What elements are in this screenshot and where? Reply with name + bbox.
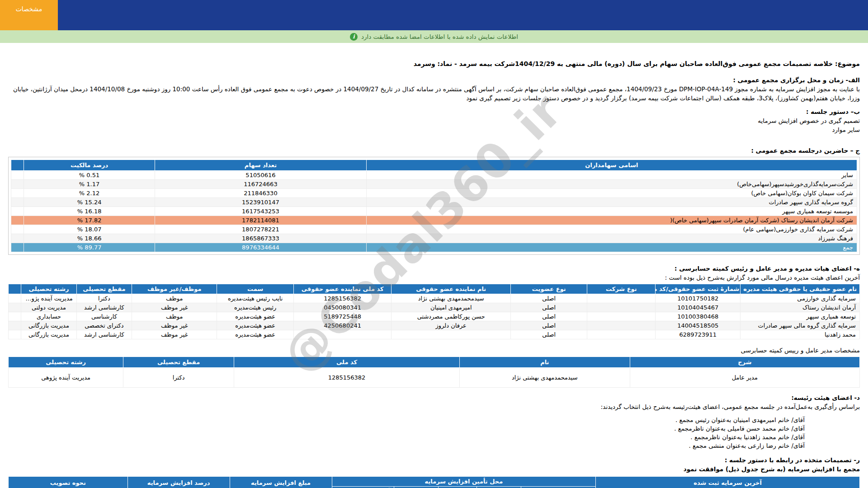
table-cell <box>587 321 656 330</box>
table-cell: رئیس هیئت‌مدیره <box>217 303 293 312</box>
table-cell: دکترا <box>123 368 234 388</box>
table-cell: 1285156382 <box>234 368 460 388</box>
col-registration-id: شمارۀ ثبت عضو حقوقی/کد ملی <box>656 284 741 294</box>
table-cell <box>11 234 24 243</box>
table-cell: 18.66 % <box>24 234 155 243</box>
table-cell: 16.18 % <box>24 207 155 216</box>
table-cell: گروه سرمایه گذاری سپهر صادرات <box>366 198 857 207</box>
table-cell: 17.82 % <box>24 216 155 225</box>
col-education-field: رشته تحصیلی <box>9 357 123 368</box>
table-cell: غیر موظف <box>132 321 217 330</box>
table-row: گروه سرمایه گذاری سپهر صادرات15239101471… <box>11 198 857 207</box>
col-shareholder-names: اسامی سهامداران <box>366 160 857 171</box>
table-cell: غیر موظف <box>132 330 217 339</box>
section-c-title: ج – حاضرین درجلسه مجمع عمومی : <box>8 146 860 155</box>
table-cell: آرمان اندیشان رستاک <box>741 303 860 312</box>
table-cell: سیدمحمدمهدی بهشتی نژاد <box>460 368 630 388</box>
section-d-title: د- اعضای هیئت رئیسه: <box>8 393 860 402</box>
presiding-member: آقای/ خانم محمد حسن فامیلی به‌عنوان ناظر… <box>8 424 860 433</box>
table-cell: 10100380468 <box>656 312 741 321</box>
table-cell: سرمایه گذاری گروه مالی سپهر صادرات <box>741 321 860 330</box>
table-row: جمع897633464489.77 % <box>11 243 857 252</box>
agenda-item: تصمیم گیری در خصوص افزایش سرمایه <box>8 116 860 125</box>
table-cell <box>9 312 21 321</box>
section-a-body: با عنایت به مجوز افزایش سرمایه به شماره … <box>8 84 860 103</box>
col-retained-earnings: سود انباشته <box>438 487 476 488</box>
board-members-table: نام عضو حقیقی یا حقوقی هیئت مدیره شمارۀ … <box>8 284 860 339</box>
info-icon: i <box>350 33 358 41</box>
tab-specifications[interactable]: مشخصات <box>0 0 58 30</box>
col-ownership-percent: درصد مالکیت <box>24 160 155 171</box>
table-cell <box>392 330 511 339</box>
section-e-subtitle: آخرین اعضای هیئت مدیره درسال مالی مورد گ… <box>8 273 860 282</box>
col-membership-type: نوع عضویت <box>511 284 587 294</box>
table-cell <box>9 321 21 330</box>
table-cell: 1807278221 <box>155 225 367 234</box>
table-cell <box>9 330 21 339</box>
table-cell <box>587 330 656 339</box>
table-cell: مدیریت بازرگانی <box>21 321 76 330</box>
col-reserves: اندوخته <box>394 487 439 488</box>
signature-match-text: اطلاعات نمایش داده شده با اطلاعات امضا ش… <box>361 33 518 40</box>
table-row: سرمایه گذاری خوارزمی10101750182اصلیسیدمح… <box>9 294 860 303</box>
table-cell: سیدمحمدمهدی بهشتی نژاد <box>392 294 511 303</box>
table-cell <box>11 180 24 189</box>
presiding-member: آقای/ خانم رضا زارعی به‌عنوان منشی مجمع … <box>8 441 860 450</box>
agenda-item: سایر موارد <box>8 125 860 134</box>
document-body: موضوع: خلاصه تصمیمات مجمع عمومی فوق‌العا… <box>0 43 868 488</box>
col-national-id: کد ملی <box>234 357 460 368</box>
col-receivables-and-cash: مطالبات و آورده نقدی <box>521 487 596 488</box>
table-cell: اصلی <box>511 294 587 303</box>
capital-approval-line: مجمع با افزایش سرمایه (به شرح جدول ذیل) … <box>8 465 860 474</box>
col-executive-status: موظف/غیر موظف <box>132 284 217 294</box>
col-position: سمت <box>217 284 293 294</box>
table-cell: شرکت سیمان کاوان بوکان(سهامی خاص) <box>366 189 857 198</box>
signature-match-banner: اطلاعات نمایش داده شده با اطلاعات امضا ش… <box>0 30 868 43</box>
table-cell: مدیر عامل <box>630 368 859 388</box>
table-cell: جمع <box>366 243 857 252</box>
table-row: سایر510506160.51 % <box>11 171 857 180</box>
table-row: شرکت سرمایه گذاری خوارزمی(سهامی عام)1807… <box>11 225 857 234</box>
table-cell <box>9 294 21 303</box>
col-revaluation-surplus: مازاد تجدید ارزیابی <box>476 487 521 488</box>
table-cell <box>11 243 24 252</box>
table-cell <box>11 171 24 180</box>
table-cell: 4250680241 <box>293 321 392 330</box>
table-cell: موظف <box>132 312 217 321</box>
col-blank <box>11 160 24 171</box>
table-cell: 211846330 <box>155 189 367 198</box>
col-registered-capital: آخرین سرمایه ثبت شده <box>596 477 860 488</box>
table-cell: 6289723911 <box>656 330 741 339</box>
table-cell: کارشناسی <box>76 312 132 321</box>
col-member-name: نام عضو حقیقی یا حقوقی هیئت مدیره <box>741 284 860 294</box>
col-cash-without-preemption: آورده نقدی با سلب حق تقدم <box>332 487 394 488</box>
section-b-title: ب– دستور جلسه : <box>8 107 860 116</box>
table-cell <box>11 225 24 234</box>
table-cell <box>587 294 656 303</box>
table-cell: کارشناسی ارشد <box>76 303 132 312</box>
section-r-title: ر- تصمیمات متخذه در رابطه با دستور جلسه … <box>8 455 860 465</box>
col-education-field: رشته تحصیلی <box>21 284 76 294</box>
shareholders-table: اسامی سهامداران تعداد سهام درصد مالکیت س… <box>11 160 857 252</box>
table-cell: 0450080341 <box>293 303 392 312</box>
table-cell: اصلی <box>511 303 587 312</box>
table-cell: دکترای تخصصی <box>76 321 132 330</box>
table-cell <box>11 216 24 225</box>
col-representative-name: نام نماینده عضو حقوقی <box>392 284 511 294</box>
table-cell: اصلی <box>511 321 587 330</box>
table-row: محمد زاهدنیا6289723911اصلیعضو هیئت‌مدیره… <box>9 330 860 339</box>
table-cell: 1865867333 <box>155 234 367 243</box>
subject-line: موضوع: خلاصه تصمیمات مجمع عمومی فوق‌العا… <box>8 59 860 68</box>
table-cell: 5189725448 <box>293 312 392 321</box>
table-cell <box>11 198 24 207</box>
table-cell: اصلی <box>511 330 587 339</box>
table-cell: نایب رئیس هیئت‌مدیره <box>217 294 293 303</box>
table-cell: عضو هیئت‌مدیره <box>217 330 293 339</box>
table-cell: توسعه همیاری سپهر <box>741 312 860 321</box>
col-increase-amount: مبلغ افزایش سرمایه <box>230 477 332 488</box>
table-cell: اصلی <box>511 312 587 321</box>
col-company-type: نوع شرکت <box>587 284 656 294</box>
table-cell: عضو هیئت‌مدیره <box>217 312 293 321</box>
capital-increase-table: آخرین سرمایه ثبت شده محل تأمین افزایش سر… <box>8 476 860 488</box>
table-cell: 2.12 % <box>24 189 155 198</box>
